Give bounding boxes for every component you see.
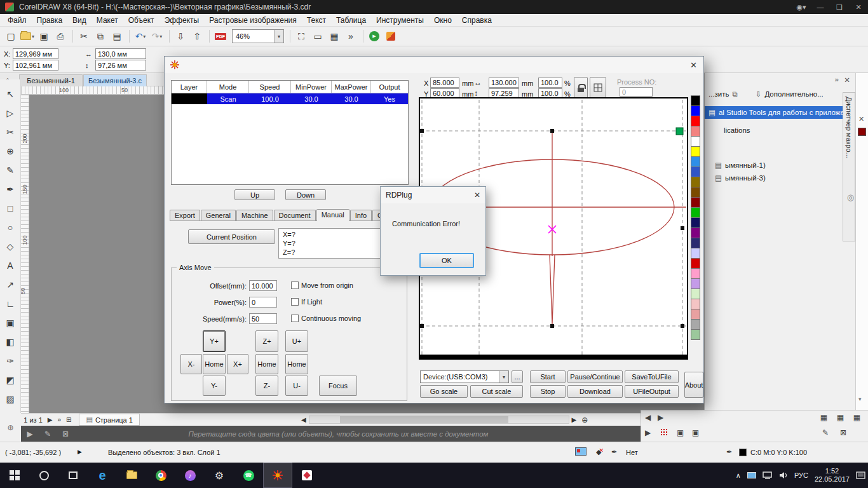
fill-none-icon[interactable]: ◆✕ — [596, 448, 606, 456]
pause-continue-button[interactable]: Pause/Continue — [567, 370, 623, 383]
u-minus-button[interactable]: U- — [285, 376, 308, 396]
macro-manager-vertical-tab[interactable]: Диспетчер макро... — [843, 92, 855, 241]
network-icon[interactable] — [763, 471, 773, 479]
pdf-icon[interactable]: PDF — [213, 29, 228, 44]
docker-close-icon[interactable]: ✕ — [844, 76, 850, 85]
device-setup-button[interactable]: ... — [512, 370, 523, 383]
outline-pen-icon[interactable]: ✒ — [611, 448, 617, 456]
layer-color-swatch[interactable] — [691, 299, 700, 309]
object-height-field[interactable] — [95, 60, 146, 71]
menu-edit[interactable]: Правка — [32, 14, 68, 27]
needle-shape[interactable] — [550, 255, 555, 324]
new-document-icon[interactable]: ▢ — [3, 29, 18, 44]
interactive-fill-tool[interactable]: ◩ — [0, 370, 21, 390]
layer-color-swatch[interactable] — [691, 105, 700, 116]
account-icon[interactable]: ◉▾ — [792, 3, 811, 11]
col-header-minpower[interactable]: MinPower — [291, 81, 332, 93]
scroll-right-icon[interactable]: ▶ — [658, 413, 663, 422]
photo-app-taskbar-button[interactable] — [292, 463, 322, 488]
maximize-button[interactable]: ❑ — [830, 3, 849, 11]
snap-to-icon[interactable]: ▦ — [327, 29, 342, 44]
layer-color-swatch[interactable] — [691, 238, 700, 248]
about-button[interactable]: About — [684, 372, 703, 398]
y-plus-button[interactable]: Y+ — [203, 330, 226, 352]
col-header-layer[interactable]: Layer — [172, 81, 207, 93]
close-button[interactable]: ✕ — [849, 3, 868, 11]
rdworks-taskbar-button[interactable] — [263, 463, 292, 488]
pan-zoom-icon[interactable]: ⊕ — [579, 416, 590, 424]
clear-palette-icon[interactable]: ⊠ — [57, 430, 74, 438]
col-header-mode[interactable]: Mode — [207, 81, 249, 93]
col-header-output[interactable]: Output — [371, 81, 408, 93]
menu-text[interactable]: Текст — [302, 14, 331, 27]
menu-window[interactable]: Окно — [429, 14, 457, 27]
dock-icon[interactable]: ▦ — [820, 413, 827, 422]
layer-color-swatch[interactable] — [691, 329, 700, 340]
error-dialog-titlebar[interactable]: RDPlug ✕ — [381, 187, 485, 203]
dock-icon[interactable]: ▦ — [853, 413, 860, 422]
error-dialog-close-icon[interactable]: ✕ — [474, 191, 480, 200]
scale-w-field[interactable] — [538, 78, 562, 88]
tab-general[interactable]: General — [201, 210, 236, 220]
menu-file[interactable]: Файл — [3, 14, 32, 27]
docker-item-applications[interactable]: lications — [724, 126, 750, 134]
chrome-taskbar-button[interactable] — [146, 463, 175, 488]
cortana-button[interactable] — [29, 463, 58, 488]
layer-color-swatch[interactable] — [691, 146, 700, 157]
launch-icon[interactable]: ▶ — [367, 29, 382, 44]
menu-table[interactable]: Таблица — [331, 14, 371, 27]
save-icon[interactable]: ▣ — [36, 29, 51, 44]
ok-button[interactable]: OK — [419, 253, 474, 268]
layer-color-swatch[interactable] — [691, 156, 700, 167]
home-z-button[interactable]: Home — [255, 354, 278, 374]
settings-taskbar-button[interactable]: ⚙ — [205, 463, 234, 488]
more-tools-chevron-icon[interactable]: » — [343, 29, 358, 44]
x-minus-button[interactable]: X- — [180, 354, 202, 374]
layer-color-swatch[interactable] — [691, 217, 700, 228]
zoom-tool[interactable]: ⊕ — [0, 142, 21, 161]
col-header-speed[interactable]: Speed — [249, 81, 291, 93]
tab-document-1[interactable]: Безымянный-1 — [19, 74, 83, 86]
vertical-ruler[interactable]: 200 150 100 50 — [21, 95, 29, 413]
drop-shadow-tool[interactable]: ▣ — [0, 313, 21, 332]
layer-color-swatch[interactable] — [691, 116, 700, 126]
speed-field[interactable] — [249, 313, 277, 324]
menu-bitmaps[interactable]: Растровые изображения — [204, 14, 302, 27]
import-icon[interactable]: ⇩ — [173, 29, 188, 44]
horizontal-ruler[interactable]: 100 50 — [21, 86, 164, 95]
delete-icon[interactable]: ⊠ — [840, 428, 846, 437]
layer-color-swatch[interactable] — [691, 197, 700, 208]
y-minus-button[interactable]: Y- — [203, 376, 226, 396]
docker-item-doc1[interactable]: ▤ ымянный-1) — [715, 161, 766, 170]
scroll-left-icon[interactable]: ◀ — [645, 413, 651, 422]
undo-icon[interactable]: ↶▾ — [133, 29, 148, 44]
layer-color-swatch[interactable] — [691, 136, 700, 147]
u-plus-button[interactable]: U+ — [285, 330, 308, 352]
if-light-checkbox[interactable]: If Light — [291, 298, 322, 306]
save-to-ufile-button[interactable]: SaveToUFile — [625, 370, 679, 383]
offset-field[interactable] — [249, 280, 277, 291]
record-grid-icon[interactable] — [660, 428, 668, 436]
paste-icon[interactable]: ▤ — [109, 29, 125, 44]
tab-machine[interactable]: Machine — [236, 210, 273, 220]
minpower-cell[interactable]: 30.0 — [291, 93, 332, 104]
move-from-origin-checkbox[interactable]: Move from origin — [291, 281, 353, 289]
start-button[interactable]: Start — [530, 370, 566, 383]
no-color-icon[interactable]: ✕ — [858, 115, 864, 123]
horizontal-scrollbar[interactable] — [309, 416, 569, 424]
task-view-button[interactable] — [58, 463, 88, 488]
shape-tool[interactable]: ▷ — [0, 104, 21, 123]
polygon-tool[interactable]: ◇ — [0, 237, 21, 256]
layer-color-cell[interactable] — [172, 93, 207, 104]
show-rulers-icon[interactable]: ▭ — [310, 29, 325, 44]
layer-color-swatch[interactable] — [691, 258, 700, 269]
media-taskbar-button[interactable]: ♪ — [175, 463, 205, 488]
cut-scale-button[interactable]: Cut scale — [470, 385, 523, 398]
ellipse-tool[interactable]: ○ — [0, 218, 21, 237]
z-minus-button[interactable]: Z- — [255, 376, 278, 396]
layer-color-swatch[interactable] — [691, 95, 700, 106]
chevron-down-icon[interactable]: ▾ — [274, 30, 283, 43]
menu-tools[interactable]: Инструменты — [371, 14, 429, 27]
next-page-icon[interactable]: ▶ — [45, 416, 55, 423]
lock-ratio-button[interactable] — [574, 77, 588, 98]
